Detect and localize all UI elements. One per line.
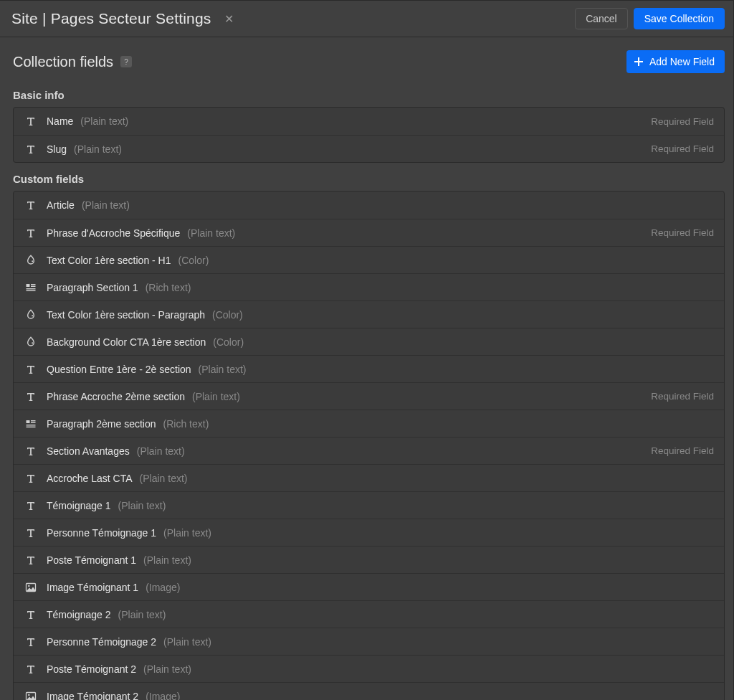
field-row[interactable]: Text Color 1ère section - Paragraph(Colo… bbox=[14, 301, 724, 328]
field-type: (Plain text) bbox=[143, 663, 191, 675]
svg-rect-12 bbox=[31, 422, 36, 422]
text-field-icon bbox=[24, 663, 38, 675]
field-row[interactable]: Personne Témoignage 1(Plain text) bbox=[14, 519, 724, 546]
required-field-tag: Required Field bbox=[651, 445, 714, 456]
field-type: (Color) bbox=[212, 309, 243, 321]
required-field-tag: Required Field bbox=[651, 116, 714, 127]
close-icon[interactable]: ✕ bbox=[221, 9, 237, 29]
color-field-icon bbox=[24, 255, 38, 266]
help-icon[interactable]: ? bbox=[120, 56, 132, 67]
image-field-icon bbox=[24, 582, 38, 593]
add-new-field-label: Add New Field bbox=[649, 56, 715, 67]
field-name: Image Témoignant 1 bbox=[47, 582, 138, 593]
text-field-icon bbox=[24, 199, 38, 211]
field-name: Personne Témoignage 1 bbox=[47, 527, 156, 539]
field-name: Accroche Last CTA bbox=[47, 473, 133, 484]
modal-content: Collection fields ? Add New Field Basic … bbox=[0, 37, 733, 700]
field-type: (Plain text) bbox=[82, 199, 130, 211]
field-type: (Plain text) bbox=[74, 143, 122, 155]
field-type: (Image) bbox=[146, 691, 180, 701]
cancel-button[interactable]: Cancel bbox=[575, 8, 628, 29]
text-field-icon bbox=[24, 391, 38, 402]
field-row[interactable]: Poste Témoignant 1(Plain text) bbox=[14, 546, 724, 573]
field-type: (Plain text) bbox=[143, 554, 191, 566]
svg-rect-13 bbox=[27, 425, 36, 425]
text-field-icon bbox=[24, 115, 38, 127]
text-field-icon bbox=[24, 500, 38, 511]
svg-point-16 bbox=[28, 585, 29, 586]
field-row[interactable]: Témoignage 1(Plain text) bbox=[14, 491, 724, 519]
field-type: (Plain text) bbox=[137, 445, 185, 457]
custom-fields-heading: Custom fields bbox=[13, 173, 725, 185]
field-type: (Plain text) bbox=[140, 473, 188, 484]
svg-point-8 bbox=[32, 315, 33, 316]
field-name: Poste Témoignant 1 bbox=[47, 554, 136, 566]
svg-rect-11 bbox=[31, 420, 36, 421]
basic-info-heading: Basic info bbox=[13, 89, 725, 101]
field-row[interactable]: Poste Témoignant 2(Plain text) bbox=[14, 655, 724, 682]
field-name: Paragraph 2ème section bbox=[47, 418, 156, 430]
text-field-icon bbox=[24, 227, 38, 239]
field-type: (Rich text) bbox=[163, 418, 209, 430]
text-field-icon bbox=[24, 527, 38, 539]
text-field-icon bbox=[24, 609, 38, 620]
page-title-text: Collection fields bbox=[13, 54, 113, 70]
modal-header: Site | Pages Secteur Settings ✕ Cancel S… bbox=[0, 1, 733, 37]
field-type: (Plain text) bbox=[192, 391, 240, 402]
add-new-field-button[interactable]: Add New Field bbox=[626, 50, 725, 73]
field-row[interactable]: Témoignage 2(Plain text) bbox=[14, 600, 724, 628]
field-row[interactable]: Section Avantages(Plain text)Required Fi… bbox=[14, 437, 724, 464]
save-collection-button[interactable]: Save Collection bbox=[634, 8, 725, 29]
field-row[interactable]: Slug(Plain text)Required Field bbox=[14, 135, 724, 162]
page-title: Collection fields ? bbox=[13, 54, 132, 70]
field-name: Témoignage 2 bbox=[47, 609, 111, 620]
field-row[interactable]: Paragraph Section 1(Rich text) bbox=[14, 273, 724, 301]
plus-icon bbox=[634, 57, 644, 67]
field-row[interactable]: Phrase Accroche 2ème section(Plain text)… bbox=[14, 382, 724, 410]
field-row[interactable]: Phrase d'Accroche Spécifique(Plain text)… bbox=[14, 219, 724, 246]
text-field-icon bbox=[24, 636, 38, 648]
color-field-icon bbox=[24, 336, 38, 348]
svg-rect-3 bbox=[27, 284, 30, 287]
field-name: Section Avantages bbox=[47, 445, 130, 457]
field-type: (Plain text) bbox=[118, 500, 166, 511]
field-row[interactable]: Text Color 1ère section - H1(Color) bbox=[14, 246, 724, 273]
field-row[interactable]: Image Témoignant 1(Image) bbox=[14, 573, 724, 600]
field-type: (Plain text) bbox=[80, 115, 128, 127]
svg-rect-14 bbox=[27, 426, 36, 427]
field-name: Témoignage 1 bbox=[47, 500, 111, 511]
svg-rect-10 bbox=[27, 420, 30, 423]
header-left: Site | Pages Secteur Settings ✕ bbox=[11, 9, 237, 29]
field-type: (Color) bbox=[178, 255, 209, 266]
field-row[interactable]: Personne Témoignage 2(Plain text) bbox=[14, 628, 724, 655]
text-field-icon bbox=[24, 143, 38, 155]
field-row[interactable]: Image Témoignant 2(Image) bbox=[14, 682, 724, 700]
svg-point-2 bbox=[32, 260, 33, 262]
field-type: (Image) bbox=[146, 582, 180, 593]
field-name: Text Color 1ère section - Paragraph bbox=[47, 309, 205, 321]
settings-modal: Site | Pages Secteur Settings ✕ Cancel S… bbox=[0, 0, 734, 700]
text-field-icon bbox=[24, 554, 38, 566]
field-name: Text Color 1ère section - H1 bbox=[47, 255, 171, 266]
field-row[interactable]: Paragraph 2ème section(Rich text) bbox=[14, 410, 724, 437]
field-name: Phrase d'Accroche Spécifique bbox=[47, 227, 180, 239]
field-type: (Plain text) bbox=[118, 609, 166, 620]
field-name: Paragraph Section 1 bbox=[47, 282, 138, 293]
field-row[interactable]: Name(Plain text)Required Field bbox=[14, 108, 724, 135]
field-type: (Color) bbox=[213, 336, 244, 348]
modal-title: Site | Pages Secteur Settings bbox=[11, 10, 211, 27]
field-type: (Plain text) bbox=[163, 636, 211, 648]
field-row[interactable]: Question Entre 1ère - 2è section(Plain t… bbox=[14, 355, 724, 382]
text-field-icon bbox=[24, 445, 38, 457]
page-title-row: Collection fields ? Add New Field bbox=[13, 50, 725, 73]
required-field-tag: Required Field bbox=[651, 143, 714, 154]
field-row[interactable]: Article(Plain text) bbox=[14, 191, 724, 219]
text-field-icon bbox=[24, 473, 38, 484]
field-row[interactable]: Background Color CTA 1ère section(Color) bbox=[14, 328, 724, 355]
field-type: (Plain text) bbox=[187, 227, 235, 239]
basic-fields-list: Name(Plain text)Required FieldSlug(Plain… bbox=[13, 107, 725, 163]
field-name: Slug bbox=[47, 143, 67, 155]
field-row[interactable]: Accroche Last CTA(Plain text) bbox=[14, 464, 724, 491]
field-type: (Plain text) bbox=[163, 527, 211, 539]
field-name: Personne Témoignage 2 bbox=[47, 636, 156, 648]
